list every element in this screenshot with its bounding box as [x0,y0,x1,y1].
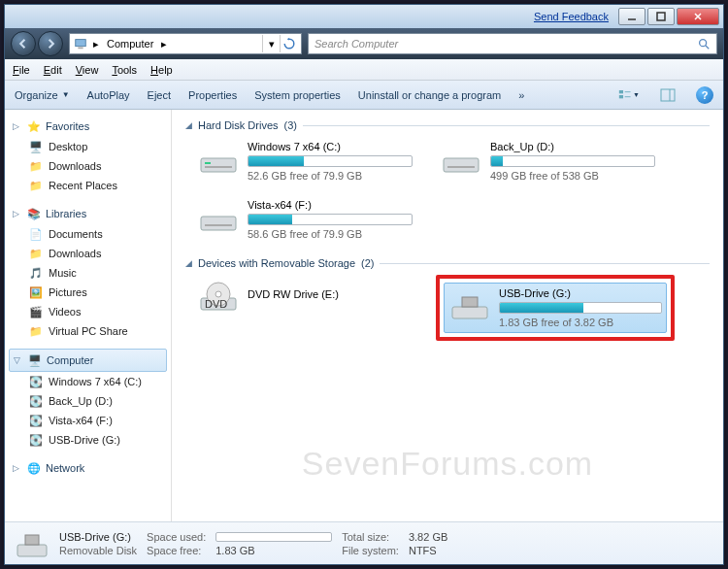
capacity-bar [248,155,413,167]
close-button[interactable] [677,8,719,25]
explorer-window: Send Feedback ▸ Computer ▸ ▾ Search Comp… [4,4,724,565]
search-placeholder: Search Computer [314,38,398,50]
help-button[interactable]: ? [696,86,713,104]
svg-rect-12 [661,89,675,101]
drive-free: 52.6 GB free of 79.9 GB [248,170,413,182]
navbar: ▸ Computer ▸ ▾ Search Computer [5,28,723,59]
preview-pane-button[interactable] [657,84,678,106]
svg-point-6 [700,40,707,47]
drive-icon: 💽 [28,374,44,389]
status-used-label: Space used: [147,531,206,543]
sidebar-item-videos[interactable]: 🎬Videos [9,302,167,321]
svg-rect-27 [17,545,47,556]
address-bar[interactable]: ▸ Computer ▸ ▾ [69,33,302,54]
computer-header[interactable]: ▽🖥️Computer [9,349,167,372]
sidebar-item-drive-c[interactable]: 💽Windows 7 x64 (C:) [9,372,167,391]
favorites-header[interactable]: ▷⭐Favorites [9,116,167,137]
hdd-icon [197,199,240,236]
system-properties-button[interactable]: System properties [254,89,341,101]
sidebar-item-desktop[interactable]: 🖥️Desktop [9,137,167,156]
network-header[interactable]: ▷🌐Network [9,457,167,479]
drive-name: Back_Up (D:) [490,141,655,152]
sidebar-item-downloads[interactable]: 📁Downloads [9,156,167,176]
videos-icon: 🎬 [28,304,44,319]
svg-rect-1 [657,13,665,20]
svg-rect-25 [452,307,487,318]
star-icon: ⭐ [26,118,42,134]
breadcrumb-arrow[interactable]: ▸ [91,38,101,50]
music-icon: 🎵 [28,265,44,281]
autoplay-button[interactable]: AutoPlay [87,89,130,101]
breadcrumb-computer[interactable]: Computer [105,38,155,50]
sidebar-item-music[interactable]: 🎵Music [9,263,167,283]
group-removable[interactable]: ◢Devices with Removable Storage (2) [185,257,710,269]
drive-icon: 💽 [28,413,44,428]
back-button[interactable] [11,31,36,56]
forward-button[interactable] [38,31,63,56]
sidebar-item-pictures[interactable]: 🖼️Pictures [9,283,167,302]
hdd-icon [197,141,240,178]
network-icon: 🌐 [26,460,42,476]
drive-c[interactable]: Windows 7 x64 (C:) 52.6 GB free of 79.9 … [193,137,416,185]
drive-dvd[interactable]: DVD DVD RW Drive (E:) [193,275,416,341]
sidebar-item-vpc[interactable]: 📁Virtual PC Share [9,321,167,341]
breadcrumb-arrow[interactable]: ▸ [159,38,169,50]
menu-tools[interactable]: Tools [112,64,137,76]
menu-file[interactable]: File [13,64,30,76]
svg-rect-15 [205,162,211,164]
sidebar-item-drive-d[interactable]: 💽Back_Up (D:) [9,391,167,411]
drive-f[interactable]: Vista-x64 (F:) 58.6 GB free of 79.9 GB [193,195,416,244]
drive-icon: 💽 [28,393,44,409]
maximize-button[interactable] [647,8,675,25]
titlebar: Send Feedback [5,5,723,28]
svg-rect-19 [201,217,236,230]
svg-text:DVD: DVD [205,298,227,310]
send-feedback-link[interactable]: Send Feedback [534,11,609,22]
uninstall-button[interactable]: Uninstall or change a program [358,89,501,101]
refresh-button[interactable] [280,35,297,52]
status-name: USB-Drive (G:) [59,531,137,543]
dvd-icon: DVD [197,279,240,316]
folder-icon: 📁 [28,178,44,193]
svg-rect-8 [619,89,623,92]
svg-rect-9 [619,95,623,98]
sidebar: ▷⭐Favorites 🖥️Desktop 📁Downloads 📁Recent… [5,110,172,521]
content-pane: ◢Hard Disk Drives (3) Windows 7 x64 (C:)… [172,110,723,521]
sidebar-item-recent[interactable]: 📁Recent Places [9,176,167,195]
folder-icon: 📁 [28,158,44,174]
folder-icon: 📁 [28,246,44,261]
menubar: File Edit View Tools Help [5,59,723,81]
sidebar-item-downloads2[interactable]: 📁Downloads [9,244,167,263]
svg-rect-26 [462,297,478,307]
address-dropdown[interactable]: ▾ [262,35,280,52]
menu-help[interactable]: Help [150,64,173,76]
sidebar-item-documents[interactable]: 📄Documents [9,224,167,244]
svg-point-23 [215,291,221,297]
status-fs-value: NTFS [409,545,447,556]
sidebar-item-drive-f[interactable]: 💽Vista-x64 (F:) [9,411,167,430]
status-capacity-bar [215,532,332,542]
menu-view[interactable]: View [76,64,99,76]
menu-edit[interactable]: Edit [44,64,62,76]
drive-g[interactable]: USB-Drive (G:) 1.83 GB free of 3.82 GB [444,283,667,333]
svg-rect-17 [444,158,479,172]
organize-button[interactable]: Organize▼ [15,89,70,101]
view-button[interactable]: ▼ [618,84,640,106]
status-total-label: Total size: [342,531,399,543]
properties-button[interactable]: Properties [188,89,237,101]
drive-d[interactable]: Back_Up (D:) 499 GB free of 538 GB [436,137,659,185]
status-fs-label: File system: [342,545,399,556]
libraries-header[interactable]: ▷📚Libraries [9,203,167,224]
group-hdd[interactable]: ◢Hard Disk Drives (3) [185,119,710,131]
minimize-button[interactable] [618,8,645,25]
drive-name: DVD RW Drive (E:) [248,288,413,300]
toolbar-overflow[interactable]: » [518,89,524,101]
computer-icon [74,37,87,50]
search-box[interactable]: Search Computer [308,33,717,54]
sidebar-item-drive-g[interactable]: 💽USB-Drive (G:) [9,430,167,450]
eject-button[interactable]: Eject [148,89,171,101]
svg-rect-20 [205,224,232,226]
svg-rect-28 [25,535,39,545]
pictures-icon: 🖼️ [28,284,44,300]
svg-rect-5 [78,48,83,50]
